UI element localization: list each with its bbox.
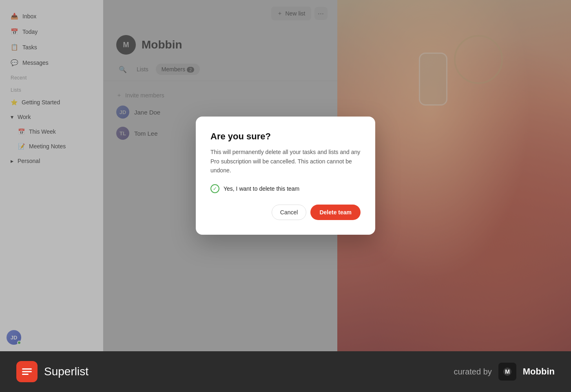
curated-by-text: curated by xyxy=(454,367,491,377)
svg-rect-2 xyxy=(22,374,29,375)
cancel-button[interactable]: Cancel xyxy=(272,205,307,220)
svg-rect-0 xyxy=(22,368,32,370)
modal-overlay: Are you sure? This will permanently dele… xyxy=(0,0,571,351)
modal-title: Are you sure? xyxy=(210,131,361,142)
bottom-bar-right: curated by M Mobbin xyxy=(454,363,555,381)
delete-team-button[interactable]: Delete team xyxy=(310,205,361,220)
cancel-label: Cancel xyxy=(280,209,298,216)
app-icon xyxy=(16,361,38,382)
modal-body: This will permanently delete all your ta… xyxy=(210,148,361,175)
modal-wrapper: Are you sure? This will permanently dele… xyxy=(0,0,571,351)
modal-actions: Cancel Delete team xyxy=(210,205,361,220)
svg-rect-1 xyxy=(22,371,32,372)
bottom-bar: Superlist curated by M Mobbin xyxy=(0,351,571,392)
mobbin-icon-svg: M xyxy=(502,366,513,377)
mobbin-logo-icon: M xyxy=(498,363,516,381)
modal-checkbox-label: Yes, I want to delete this team xyxy=(224,185,299,192)
modal-dialog: Are you sure? This will permanently dele… xyxy=(196,117,375,234)
modal-checkbox-row[interactable]: ✓ Yes, I want to delete this team xyxy=(210,184,361,193)
svg-text:M: M xyxy=(505,368,510,375)
bottom-bar-left: Superlist xyxy=(16,361,89,382)
modal-checkbox-icon: ✓ xyxy=(210,184,219,193)
superlist-icon-svg xyxy=(20,365,33,378)
app-name: Superlist xyxy=(44,365,89,378)
mobbin-text: Mobbin xyxy=(523,366,555,377)
delete-team-label: Delete team xyxy=(319,209,352,216)
